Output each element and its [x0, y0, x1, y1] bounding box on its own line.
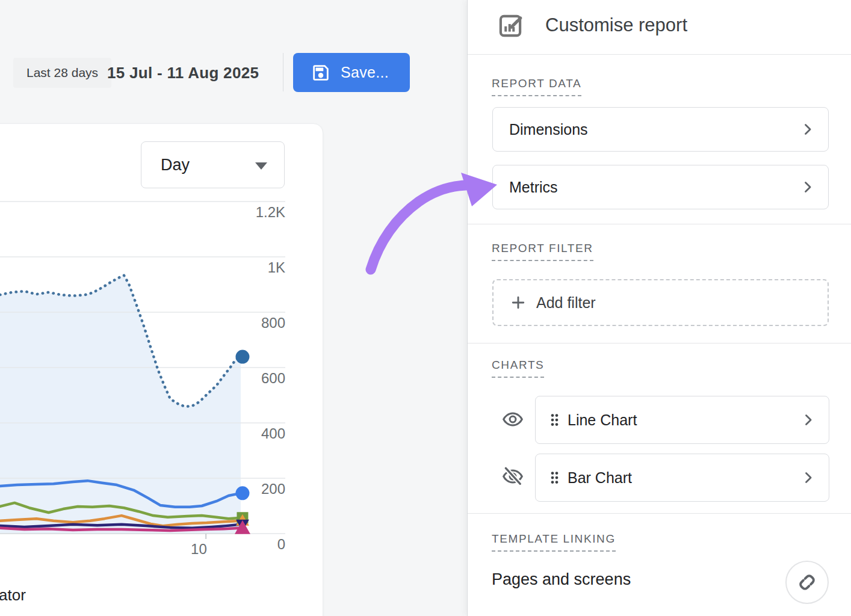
dimensions-label: Dimensions	[509, 121, 588, 138]
date-range-preset[interactable]: Last 28 days	[13, 58, 111, 88]
report-filter-heading: REPORT FILTER	[492, 242, 593, 261]
section-divider	[468, 224, 851, 224]
plus-icon	[509, 294, 527, 312]
svg-text:1K: 1K	[268, 259, 285, 276]
annotation-arrow	[360, 166, 504, 280]
metrics-button[interactable]: Metrics	[492, 165, 829, 209]
section-divider	[468, 343, 851, 343]
metrics-label: Metrics	[509, 179, 558, 196]
unlink-icon	[795, 570, 819, 594]
bar-chart-label: Bar Chart	[568, 469, 632, 487]
svg-text:800: 800	[261, 315, 285, 331]
chevron-down-icon	[255, 162, 267, 170]
toolbar-divider	[283, 53, 283, 91]
unlink-template-button[interactable]	[785, 561, 829, 604]
save-button[interactable]: Save...	[293, 53, 410, 92]
template-linking-heading: TEMPLATE LINKING	[492, 532, 616, 552]
granularity-value: Day	[161, 156, 190, 174]
customise-report-panel: Customise report REPORT DATA Dimensions …	[467, 0, 851, 616]
template-name: Pages and screens	[492, 570, 631, 589]
report-canvas: Last 28 days 15 Jul - 11 Aug 2025 Save..…	[0, 0, 468, 616]
svg-text:400: 400	[261, 425, 285, 442]
svg-text:600: 600	[261, 370, 285, 386]
panel-title: Customise report	[545, 14, 687, 36]
date-range-value[interactable]: 15 Jul - 11 Aug 2025	[107, 58, 259, 88]
charts-heading: CHARTS	[492, 359, 544, 378]
section-divider	[468, 513, 851, 514]
svg-text:0: 0	[277, 536, 285, 552]
line-chart-button[interactable]: Line Chart	[535, 396, 829, 444]
line-chart-label: Line Chart	[568, 411, 637, 429]
save-button-label: Save...	[341, 64, 389, 81]
svg-text:10: 10	[191, 541, 207, 557]
svg-text:1.2K: 1.2K	[256, 204, 285, 220]
chevron-right-icon	[800, 469, 817, 486]
app-root: Last 28 days 15 Jul - 11 Aug 2025 Save..…	[0, 0, 851, 616]
visibility-on-icon[interactable]	[501, 408, 524, 430]
visibility-off-icon[interactable]	[501, 466, 524, 487]
dimensions-button[interactable]: Dimensions	[492, 107, 829, 152]
section-divider	[468, 54, 851, 55]
line-chart[interactable]: 1.2K1K800600400200010	[0, 199, 289, 559]
bar-chart-button[interactable]: Bar Chart	[535, 454, 829, 502]
chevron-right-icon	[799, 179, 816, 196]
drag-handle-icon[interactable]	[550, 413, 559, 427]
truncated-table-text: ator	[0, 586, 26, 605]
chevron-right-icon	[800, 411, 817, 428]
customise-report-icon	[497, 12, 524, 40]
drag-handle-icon[interactable]	[550, 470, 559, 485]
chevron-right-icon	[799, 121, 816, 138]
add-filter-button[interactable]: Add filter	[492, 279, 829, 326]
add-filter-label: Add filter	[536, 294, 596, 312]
report-data-heading: REPORT DATA	[492, 77, 581, 96]
save-icon	[311, 63, 331, 83]
granularity-dropdown[interactable]: Day	[141, 141, 285, 188]
svg-text:200: 200	[261, 481, 285, 497]
